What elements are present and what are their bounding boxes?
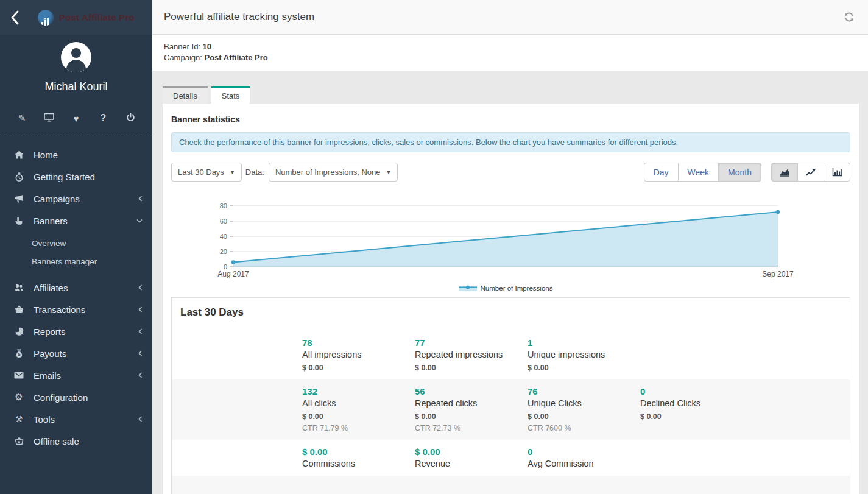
line-chart-icon [805, 168, 816, 177]
collapse-sidebar-button[interactable] [9, 8, 27, 27]
chevron-left-icon [9, 9, 21, 27]
chevron-left-icon [138, 372, 143, 378]
refresh-button[interactable] [844, 12, 855, 23]
impressions-chart: 020406080Aug 2017Sep 2017 Number of Impr… [171, 200, 850, 292]
sidebar-subitem-banners-manager[interactable]: Banners manager [0, 252, 152, 270]
tab-bar: Details Stats [163, 86, 859, 104]
chevron-left-icon [138, 328, 143, 334]
logo-text: Post Affiliate Pro [59, 12, 135, 23]
sidebar-item-tools[interactable]: ⚒ Tools [0, 408, 152, 430]
clicks-row: 132 All clicks $ 0.00 CTR 71.79 % 56 Rep… [172, 379, 850, 440]
caret-down-icon: ▼ [230, 169, 235, 175]
sidebar-item-payouts[interactable]: $ Payouts [0, 342, 152, 364]
help-icon[interactable]: ? [97, 113, 110, 124]
campaign-value: Post Affiliate Pro [204, 53, 267, 62]
sidebar-item-affiliates[interactable]: Affiliates [0, 277, 152, 298]
avatar[interactable] [61, 42, 91, 72]
summary-heading: Last 30 Days [172, 306, 850, 319]
sidebar-item-home[interactable]: Home [0, 144, 152, 166]
stat-repeated-clicks: 56 Repeated clicks $ 0.00 CTR 72.73 % [415, 386, 528, 432]
period-week-button[interactable]: Week [678, 163, 719, 182]
bar-chart-icon [831, 168, 842, 177]
tools-icon: ⚒ [13, 414, 24, 424]
data-series-select[interactable]: Number of Impressions, None ▼ [269, 163, 398, 182]
sidebar-item-banners[interactable]: Banners [0, 210, 152, 231]
commissions-row: $ 0.00 Commissions $ 0.00 Revenue 0 Avg … [172, 440, 850, 476]
legend-label: Number of Impressions [481, 284, 553, 292]
filter-row: Last 30 Days ▼ Data: Number of Impressio… [171, 163, 850, 182]
date-range-select[interactable]: Last 30 Days ▼ [171, 163, 242, 182]
user-name: Michal Kouril [0, 80, 152, 93]
svg-text:20: 20 [220, 248, 227, 255]
sidebar: Post Affiliate Pro Michal Kouril ✎ ♥ ? H… [0, 0, 152, 494]
sidebar-item-configuration[interactable]: ⚙ Configuration [0, 386, 152, 408]
sidebar-item-reports[interactable]: Reports [0, 320, 152, 342]
top-header: Powerful affiliate tracking system [152, 0, 868, 35]
bar-chart-type-button[interactable] [824, 163, 850, 182]
megaphone-icon [13, 194, 24, 203]
banner-id-value: 10 [203, 42, 211, 51]
refresh-icon [844, 12, 855, 23]
sidebar-item-offline-sale[interactable]: Offline sale [0, 430, 152, 452]
sidebar-item-campaigns[interactable]: Campaigns [0, 188, 152, 210]
page-title: Powerful affiliate tracking system [164, 11, 314, 23]
sidebar-item-emails[interactable]: Emails [0, 364, 152, 386]
area-chart-type-button[interactable] [771, 163, 798, 182]
basket-icon [13, 305, 24, 314]
area-chart[interactable]: 020406080Aug 2017Sep 2017 [171, 200, 850, 280]
svg-text:80: 80 [220, 202, 227, 210]
line-chart-type-button[interactable] [797, 163, 824, 182]
pie-chart-icon [13, 327, 24, 336]
impressions-row: 78 All impressions $ 0.00 77 Repeated im… [172, 331, 850, 379]
banner-meta: Banner Id: 10 Campaign: Post Affiliate P… [152, 35, 868, 71]
chart-legend: Number of Impressions [233, 283, 778, 292]
sidebar-subitem-overview[interactable]: Overview [0, 234, 152, 252]
tab-stats[interactable]: Stats [211, 86, 250, 104]
sidebar-divider [0, 136, 152, 136]
user-profile: Michal Kouril [0, 35, 152, 93]
sidebar-top-bar: Post Affiliate Pro [0, 0, 152, 35]
chevron-left-icon [138, 306, 143, 312]
app-logo[interactable]: Post Affiliate Pro [38, 10, 135, 26]
edit-profile-icon[interactable]: ✎ [16, 113, 28, 124]
legend-swatch-icon [459, 284, 477, 291]
chevron-left-icon [138, 196, 143, 202]
svg-text:Sep 2017: Sep 2017 [762, 270, 794, 278]
campaign-line: Campaign: Post Affiliate Pro [164, 52, 868, 63]
sidebar-item-getting-started[interactable]: Getting Started [0, 166, 152, 188]
data-label: Data: [245, 168, 264, 177]
hand-pointer-icon [13, 216, 24, 225]
stat-unique-impressions: 1 Unique impressions $ 0.00 [528, 337, 640, 372]
stat-unique-clicks: 76 Unique Clicks $ 0.00 CTR 7600 % [528, 386, 640, 432]
chevron-left-icon [138, 416, 143, 422]
svg-text:Aug 2017: Aug 2017 [217, 270, 249, 278]
period-month-button[interactable]: Month [718, 163, 761, 182]
power-icon[interactable] [124, 113, 136, 124]
sidebar-item-transactions[interactable]: Transactions [0, 298, 152, 320]
tab-details[interactable]: Details [163, 86, 208, 104]
chevron-left-icon [138, 350, 143, 356]
banners-submenu: Overview Banners manager [0, 231, 152, 277]
stat-commissions: $ 0.00 Commissions [302, 446, 415, 468]
chevron-left-icon [138, 284, 143, 291]
svg-text:$: $ [18, 352, 20, 357]
main-area: Powerful affiliate tracking system Banne… [152, 0, 868, 494]
info-message: Check the performance of this banner for… [171, 132, 850, 152]
money-bag-icon: $ [13, 349, 24, 358]
period-day-button[interactable]: Day [644, 163, 679, 182]
gear-icon: ⚙ [13, 392, 24, 403]
heartbeat-icon[interactable]: ♥ [70, 113, 82, 124]
caret-down-icon: ▼ [386, 169, 392, 175]
monitor-icon[interactable] [43, 113, 55, 124]
next-row-partial [172, 476, 850, 494]
stat-repeated-impressions: 77 Repeated impressions $ 0.00 [415, 337, 528, 372]
home-icon [13, 150, 24, 159]
sidebar-nav: Home Getting Started Campaigns Banners O… [0, 144, 152, 452]
section-heading: Banner statistics [171, 115, 850, 124]
stat-declined-clicks: 0 Declined Clicks $ 0.00 [640, 386, 841, 432]
stat-revenue: $ 0.00 Revenue [415, 446, 528, 468]
quick-actions: ✎ ♥ ? [0, 111, 152, 125]
stopwatch-icon [13, 172, 24, 182]
banner-id-line: Banner Id: 10 [164, 41, 868, 52]
svg-text:40: 40 [220, 233, 227, 240]
